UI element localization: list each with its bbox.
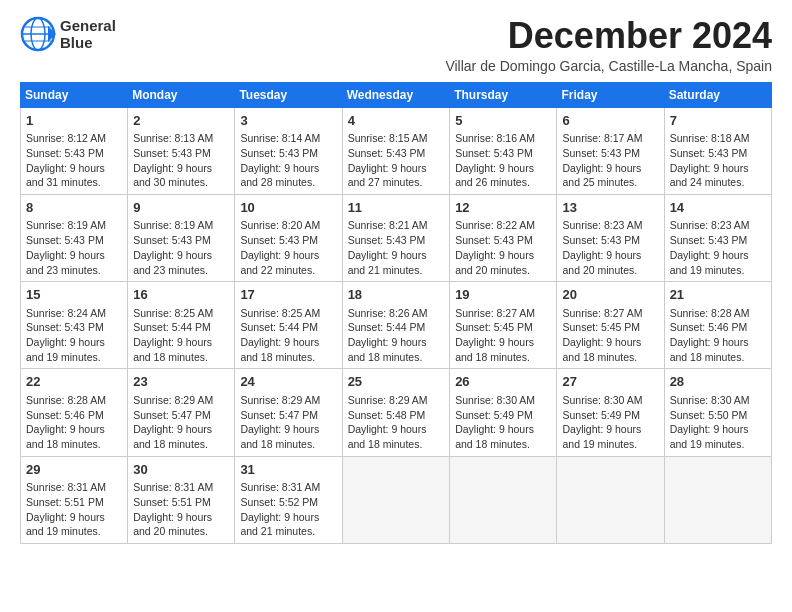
logo-text-line2: Blue	[60, 34, 116, 51]
day-info: Sunrise: 8:16 AMSunset: 5:43 PMDaylight:…	[455, 131, 551, 190]
day-info: Sunrise: 8:29 AMSunset: 5:47 PMDaylight:…	[240, 393, 336, 452]
title-block: December 2024 Villar de Domingo Garcia, …	[445, 16, 772, 74]
table-row: 18Sunrise: 8:26 AMSunset: 5:44 PMDayligh…	[342, 282, 450, 369]
day-number: 14	[670, 199, 766, 217]
day-number: 2	[133, 112, 229, 130]
day-number: 30	[133, 461, 229, 479]
day-number: 28	[670, 373, 766, 391]
table-row	[450, 456, 557, 543]
day-number: 6	[562, 112, 658, 130]
table-row: 25Sunrise: 8:29 AMSunset: 5:48 PMDayligh…	[342, 369, 450, 456]
day-info: Sunrise: 8:12 AMSunset: 5:43 PMDaylight:…	[26, 131, 122, 190]
table-row: 15Sunrise: 8:24 AMSunset: 5:43 PMDayligh…	[21, 282, 128, 369]
day-number: 9	[133, 199, 229, 217]
table-row: 16Sunrise: 8:25 AMSunset: 5:44 PMDayligh…	[128, 282, 235, 369]
day-info: Sunrise: 8:15 AMSunset: 5:43 PMDaylight:…	[348, 131, 445, 190]
logo-text-line1: General	[60, 17, 116, 34]
day-info: Sunrise: 8:27 AMSunset: 5:45 PMDaylight:…	[455, 306, 551, 365]
calendar-week-row: 29Sunrise: 8:31 AMSunset: 5:51 PMDayligh…	[21, 456, 772, 543]
table-row: 27Sunrise: 8:30 AMSunset: 5:49 PMDayligh…	[557, 369, 664, 456]
day-info: Sunrise: 8:30 AMSunset: 5:49 PMDaylight:…	[455, 393, 551, 452]
day-number: 29	[26, 461, 122, 479]
header-wednesday: Wednesday	[342, 82, 450, 107]
location-subtitle: Villar de Domingo Garcia, Castille-La Ma…	[445, 58, 772, 74]
day-info: Sunrise: 8:24 AMSunset: 5:43 PMDaylight:…	[26, 306, 122, 365]
day-number: 4	[348, 112, 445, 130]
table-row	[664, 456, 771, 543]
header-friday: Friday	[557, 82, 664, 107]
table-row: 19Sunrise: 8:27 AMSunset: 5:45 PMDayligh…	[450, 282, 557, 369]
day-info: Sunrise: 8:22 AMSunset: 5:43 PMDaylight:…	[455, 218, 551, 277]
day-info: Sunrise: 8:30 AMSunset: 5:50 PMDaylight:…	[670, 393, 766, 452]
day-number: 3	[240, 112, 336, 130]
calendar-week-row: 15Sunrise: 8:24 AMSunset: 5:43 PMDayligh…	[21, 282, 772, 369]
day-number: 10	[240, 199, 336, 217]
day-info: Sunrise: 8:31 AMSunset: 5:52 PMDaylight:…	[240, 480, 336, 539]
table-row: 9Sunrise: 8:19 AMSunset: 5:43 PMDaylight…	[128, 194, 235, 281]
logo-globe-icon	[20, 16, 56, 52]
header-thursday: Thursday	[450, 82, 557, 107]
table-row: 2Sunrise: 8:13 AMSunset: 5:43 PMDaylight…	[128, 107, 235, 194]
logo: General Blue	[20, 16, 116, 52]
day-number: 1	[26, 112, 122, 130]
day-info: Sunrise: 8:19 AMSunset: 5:43 PMDaylight:…	[26, 218, 122, 277]
header-monday: Monday	[128, 82, 235, 107]
header-tuesday: Tuesday	[235, 82, 342, 107]
day-info: Sunrise: 8:30 AMSunset: 5:49 PMDaylight:…	[562, 393, 658, 452]
day-info: Sunrise: 8:28 AMSunset: 5:46 PMDaylight:…	[670, 306, 766, 365]
day-info: Sunrise: 8:26 AMSunset: 5:44 PMDaylight:…	[348, 306, 445, 365]
header-saturday: Saturday	[664, 82, 771, 107]
day-number: 18	[348, 286, 445, 304]
calendar-table: Sunday Monday Tuesday Wednesday Thursday…	[20, 82, 772, 544]
day-number: 7	[670, 112, 766, 130]
day-number: 24	[240, 373, 336, 391]
day-number: 22	[26, 373, 122, 391]
day-number: 23	[133, 373, 229, 391]
day-info: Sunrise: 8:31 AMSunset: 5:51 PMDaylight:…	[133, 480, 229, 539]
header-row: General Blue December 2024 Villar de Dom…	[20, 16, 772, 74]
table-row: 1Sunrise: 8:12 AMSunset: 5:43 PMDaylight…	[21, 107, 128, 194]
table-row: 10Sunrise: 8:20 AMSunset: 5:43 PMDayligh…	[235, 194, 342, 281]
day-info: Sunrise: 8:19 AMSunset: 5:43 PMDaylight:…	[133, 218, 229, 277]
table-row: 21Sunrise: 8:28 AMSunset: 5:46 PMDayligh…	[664, 282, 771, 369]
day-info: Sunrise: 8:23 AMSunset: 5:43 PMDaylight:…	[670, 218, 766, 277]
day-info: Sunrise: 8:31 AMSunset: 5:51 PMDaylight:…	[26, 480, 122, 539]
day-info: Sunrise: 8:18 AMSunset: 5:43 PMDaylight:…	[670, 131, 766, 190]
calendar-week-row: 8Sunrise: 8:19 AMSunset: 5:43 PMDaylight…	[21, 194, 772, 281]
table-row: 20Sunrise: 8:27 AMSunset: 5:45 PMDayligh…	[557, 282, 664, 369]
table-row: 24Sunrise: 8:29 AMSunset: 5:47 PMDayligh…	[235, 369, 342, 456]
day-info: Sunrise: 8:29 AMSunset: 5:47 PMDaylight:…	[133, 393, 229, 452]
table-row: 6Sunrise: 8:17 AMSunset: 5:43 PMDaylight…	[557, 107, 664, 194]
table-row: 28Sunrise: 8:30 AMSunset: 5:50 PMDayligh…	[664, 369, 771, 456]
table-row: 4Sunrise: 8:15 AMSunset: 5:43 PMDaylight…	[342, 107, 450, 194]
table-row: 12Sunrise: 8:22 AMSunset: 5:43 PMDayligh…	[450, 194, 557, 281]
day-number: 16	[133, 286, 229, 304]
table-row: 8Sunrise: 8:19 AMSunset: 5:43 PMDaylight…	[21, 194, 128, 281]
day-number: 25	[348, 373, 445, 391]
table-row: 29Sunrise: 8:31 AMSunset: 5:51 PMDayligh…	[21, 456, 128, 543]
day-number: 15	[26, 286, 122, 304]
day-number: 13	[562, 199, 658, 217]
day-number: 31	[240, 461, 336, 479]
day-number: 8	[26, 199, 122, 217]
table-row: 7Sunrise: 8:18 AMSunset: 5:43 PMDaylight…	[664, 107, 771, 194]
day-number: 5	[455, 112, 551, 130]
calendar-week-row: 1Sunrise: 8:12 AMSunset: 5:43 PMDaylight…	[21, 107, 772, 194]
table-row: 31Sunrise: 8:31 AMSunset: 5:52 PMDayligh…	[235, 456, 342, 543]
day-info: Sunrise: 8:23 AMSunset: 5:43 PMDaylight:…	[562, 218, 658, 277]
day-number: 19	[455, 286, 551, 304]
calendar-week-row: 22Sunrise: 8:28 AMSunset: 5:46 PMDayligh…	[21, 369, 772, 456]
day-info: Sunrise: 8:14 AMSunset: 5:43 PMDaylight:…	[240, 131, 336, 190]
day-number: 27	[562, 373, 658, 391]
day-info: Sunrise: 8:13 AMSunset: 5:43 PMDaylight:…	[133, 131, 229, 190]
weekday-header-row: Sunday Monday Tuesday Wednesday Thursday…	[21, 82, 772, 107]
day-number: 12	[455, 199, 551, 217]
month-title: December 2024	[445, 16, 772, 56]
table-row: 13Sunrise: 8:23 AMSunset: 5:43 PMDayligh…	[557, 194, 664, 281]
day-number: 17	[240, 286, 336, 304]
header-sunday: Sunday	[21, 82, 128, 107]
table-row	[342, 456, 450, 543]
day-number: 26	[455, 373, 551, 391]
day-info: Sunrise: 8:17 AMSunset: 5:43 PMDaylight:…	[562, 131, 658, 190]
page-container: General Blue December 2024 Villar de Dom…	[0, 0, 792, 554]
